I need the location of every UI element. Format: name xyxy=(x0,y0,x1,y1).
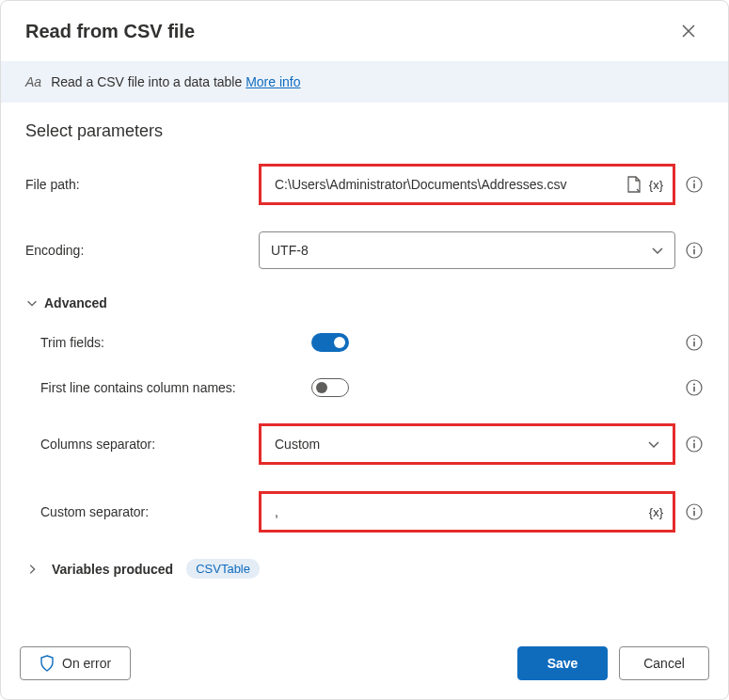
svg-rect-11 xyxy=(693,387,695,392)
svg-point-13 xyxy=(693,440,695,442)
file-path-row: File path: {x} xyxy=(25,164,704,205)
info-icon[interactable] xyxy=(685,175,704,194)
section-title: Select parameters xyxy=(25,121,704,141)
custom-separator-input-wrap: {x} xyxy=(263,496,671,528)
variable-badge[interactable]: CSVTable xyxy=(186,559,260,579)
columns-separator-row: Columns separator: Custom xyxy=(40,423,704,465)
variable-picker-icon[interactable]: {x} xyxy=(649,505,663,519)
trim-fields-control xyxy=(311,333,675,352)
encoding-row: Encoding: UTF-8 xyxy=(25,231,704,269)
svg-rect-2 xyxy=(693,183,695,189)
toggle-knob xyxy=(316,382,327,393)
columns-separator-value: Custom xyxy=(275,437,646,452)
variables-produced-row: Variables produced CSVTable xyxy=(25,559,704,579)
svg-rect-17 xyxy=(693,511,695,517)
file-path-input[interactable] xyxy=(273,176,619,193)
info-icon[interactable] xyxy=(685,502,704,521)
toggle-knob xyxy=(334,337,345,348)
trim-fields-toggle[interactable] xyxy=(311,333,349,352)
info-strip: Aa Read a CSV file into a data table Mor… xyxy=(1,61,728,103)
encoding-label: Encoding: xyxy=(25,243,249,258)
first-line-names-control xyxy=(311,378,675,397)
columns-separator-select[interactable]: Custom xyxy=(263,428,671,460)
cancel-button[interactable]: Cancel xyxy=(619,646,709,680)
file-picker-icon[interactable] xyxy=(625,175,643,194)
chevron-down-icon xyxy=(25,296,39,310)
dialog-footer: On error Save Cancel xyxy=(1,630,728,699)
info-text: Read a CSV file into a data table More i… xyxy=(51,74,300,89)
info-icon[interactable] xyxy=(685,378,704,397)
on-error-label: On error xyxy=(62,656,111,671)
first-line-names-row: First line contains column names: xyxy=(40,378,704,397)
svg-point-10 xyxy=(693,384,695,386)
trim-fields-row: Trim fields: xyxy=(40,333,704,352)
svg-point-7 xyxy=(693,339,695,341)
svg-rect-8 xyxy=(693,342,695,347)
encoding-control: UTF-8 xyxy=(259,231,675,269)
info-icon[interactable] xyxy=(685,435,704,453)
chevron-down-icon xyxy=(650,243,665,258)
custom-separator-label: Custom separator: xyxy=(40,504,249,519)
on-error-button[interactable]: On error xyxy=(20,646,131,680)
custom-separator-control: {x} xyxy=(259,491,675,533)
title-bar: Read from CSV file xyxy=(1,1,728,61)
encoding-select[interactable]: UTF-8 xyxy=(259,231,675,269)
info-icon[interactable] xyxy=(685,241,704,260)
file-path-label: File path: xyxy=(25,177,249,192)
svg-rect-5 xyxy=(693,249,695,255)
custom-separator-row: Custom separator: {x} xyxy=(40,491,704,533)
info-icon[interactable] xyxy=(685,333,704,352)
dialog-window: Read from CSV file Aa Read a CSV file in… xyxy=(0,0,729,700)
file-path-input-wrap: {x} xyxy=(263,168,671,200)
columns-separator-control: Custom xyxy=(259,423,675,465)
advanced-expander[interactable]: Advanced xyxy=(25,295,704,310)
dialog-body: Select parameters File path: {x} Encodin… xyxy=(1,103,728,630)
save-label: Save xyxy=(547,656,578,671)
close-button[interactable] xyxy=(674,16,704,46)
svg-point-1 xyxy=(693,181,695,183)
encoding-value: UTF-8 xyxy=(271,243,650,258)
columns-separator-label: Columns separator: xyxy=(40,437,249,452)
variable-picker-icon[interactable]: {x} xyxy=(649,178,663,192)
dialog-title: Read from CSV file xyxy=(25,21,195,42)
close-icon xyxy=(682,24,695,38)
cancel-label: Cancel xyxy=(643,656,685,671)
save-button[interactable]: Save xyxy=(517,646,608,680)
more-info-link[interactable]: More info xyxy=(246,74,300,89)
first-line-names-label: First line contains column names: xyxy=(40,380,302,395)
shield-icon xyxy=(40,655,55,672)
info-description: Read a CSV file into a data table xyxy=(51,74,242,89)
chevron-right-icon[interactable] xyxy=(25,563,39,576)
svg-point-4 xyxy=(693,247,695,248)
svg-point-16 xyxy=(693,508,695,510)
advanced-title: Advanced xyxy=(44,295,107,310)
advanced-body: Trim fields: First line contains column … xyxy=(25,333,704,533)
trim-fields-label: Trim fields: xyxy=(40,335,302,350)
chevron-down-icon xyxy=(646,437,661,452)
custom-separator-input[interactable] xyxy=(273,503,643,520)
svg-rect-14 xyxy=(693,443,695,449)
file-path-control: {x} xyxy=(259,164,675,205)
first-line-names-toggle[interactable] xyxy=(311,378,349,397)
variables-produced-label[interactable]: Variables produced xyxy=(52,562,173,577)
text-icon: Aa xyxy=(25,74,41,89)
